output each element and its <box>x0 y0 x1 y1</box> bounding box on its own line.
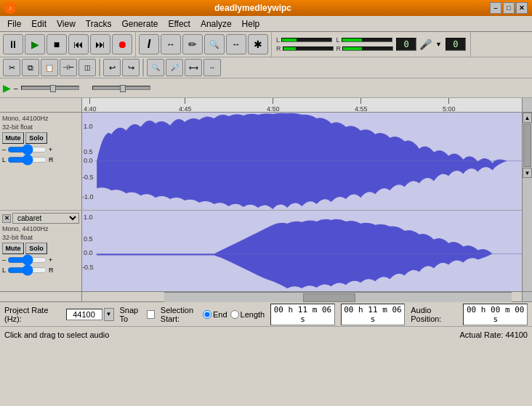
menu-tracks[interactable]: Tracks <box>81 17 116 31</box>
playback-toolbar: ▶ – <box>0 78 532 97</box>
track-2-pan-row: L R <box>2 266 79 275</box>
skip-forward-button[interactable]: ⏭ <box>90 34 110 54</box>
track-1-pan-R: R <box>49 156 54 163</box>
speed-slider[interactable] <box>92 86 150 90</box>
pause-button[interactable]: ⏸ <box>3 34 23 54</box>
track-2-name-dropdown[interactable]: cabaret <box>12 213 79 224</box>
track-2-solo-button[interactable]: Solo <box>25 243 47 254</box>
play-at-speed-icon: ▶ <box>3 82 11 94</box>
redo-button[interactable]: ↪ <box>122 59 140 76</box>
menu-analyze[interactable]: Analyze <box>196 17 236 31</box>
sel-end-field[interactable]: 00 h 11 m 06 s <box>341 304 406 325</box>
tb-separator-2 <box>142 59 144 76</box>
snap-checkbox[interactable] <box>147 310 155 319</box>
track-2-pan-slider[interactable] <box>7 266 47 275</box>
track-1-gain-row: – + <box>2 145 79 154</box>
menu-file[interactable]: File <box>3 17 25 31</box>
track-1-pan-slider[interactable] <box>7 155 47 164</box>
ruler-scrollbar-placeholder <box>522 98 532 112</box>
fit-selection-button[interactable]: ↔ <box>203 59 221 76</box>
input-meter-L <box>281 38 332 42</box>
rate-dropdown-button[interactable]: ▼ <box>104 308 114 321</box>
track-1-mute-button[interactable]: Mute <box>2 132 24 144</box>
multitool-button[interactable]: ✱ <box>248 34 268 54</box>
silence-button[interactable]: ◫ <box>78 59 96 76</box>
sel-start-field[interactable]: 00 h 11 m 06 s <box>270 304 335 325</box>
ruler-tick-455: 4:55 <box>355 98 368 112</box>
vertical-scrollbar[interactable]: ▲ ▼ <box>522 113 532 291</box>
draw-tool-button[interactable]: ✏ <box>182 34 203 54</box>
track-2-close-button[interactable]: ✕ <box>2 214 11 223</box>
audio-pos-field[interactable]: 00 h 00 m 00 s <box>463 304 528 325</box>
zoom-out-button[interactable]: 🔎 <box>166 59 183 76</box>
track-1-waveform[interactable]: 1.0 0.5 0.0 -0.5 -1.0 <box>82 113 522 210</box>
length-radio[interactable] <box>230 310 239 319</box>
copy-button[interactable]: ⧉ <box>22 59 39 76</box>
fit-project-button[interactable]: ⟷ <box>185 59 202 76</box>
scroll-thumb[interactable] <box>523 123 531 167</box>
status-left: Click and drag to select audio <box>4 330 109 339</box>
track-2-mute-solo: Mute Solo <box>2 243 79 254</box>
menu-help[interactable]: Help <box>238 17 265 31</box>
undo-button[interactable]: ↩ <box>103 59 121 76</box>
trim-button[interactable]: ⊣⊢ <box>60 59 77 76</box>
level-num-left: 0 <box>396 38 416 51</box>
edit-toolbar: ✂ ⧉ 📋 ⊣⊢ ◫ ↩ ↪ 🔍 🔎 ⟷ ↔ <box>0 57 532 78</box>
ruler-left-spacer <box>0 98 82 112</box>
input-meter-R <box>283 46 334 51</box>
selection-section: Selection Start: End Length <box>161 306 265 323</box>
status-right: Actual Rate: 44100 <box>459 330 528 339</box>
track-2-info-2: 32-bit float <box>2 234 79 241</box>
menu-generate[interactable]: Generate <box>117 17 162 31</box>
cut-button[interactable]: ✂ <box>3 59 20 76</box>
tracks-list: Mono, 44100Hz 32-bit float Mute Solo – +… <box>0 113 522 291</box>
track-2-gain-slider[interactable] <box>7 256 47 264</box>
ruler-tick-500: 5:00 <box>443 98 456 112</box>
track-1-info-1: Mono, 44100Hz <box>2 115 79 122</box>
bottom-controls: Project Rate (Hz): 44100 ▼ Snap To Selec… <box>0 301 532 326</box>
h-scroll-thumb[interactable] <box>303 293 355 302</box>
maximize-button[interactable]: □ <box>503 2 515 14</box>
ruler-tick-445: 4:45 <box>179 98 192 112</box>
skip-back-button[interactable]: ⏮ <box>68 34 89 54</box>
close-button[interactable]: ✕ <box>516 2 528 14</box>
menu-effect[interactable]: Effect <box>164 17 194 31</box>
menu-bar: File Edit View Tracks Generate Effect An… <box>0 16 532 32</box>
track-1-mute-solo: Mute Solo <box>2 132 79 144</box>
scroll-down-arrow[interactable]: ▼ <box>523 168 532 178</box>
track-2-waveform[interactable]: 1.0 0.5 0.0 -0.5 <box>82 211 522 291</box>
svg-text:1.0: 1.0 <box>84 214 93 221</box>
play-button[interactable]: ▶ <box>25 34 45 54</box>
track-1-gain-slider[interactable] <box>7 145 47 154</box>
timeline-ruler: 4:40 4:45 4:50 4:55 5:00 <box>0 98 532 113</box>
length-radio-label: Length <box>230 310 265 319</box>
selection-start-label: Selection Start: <box>161 306 200 323</box>
track-1-solo-button[interactable]: Solo <box>25 132 47 144</box>
input-L-label: L <box>276 36 280 44</box>
menu-edit[interactable]: Edit <box>27 17 51 31</box>
rate-select: 44100 ▼ <box>66 308 114 321</box>
select-tool-button[interactable]: I <box>139 34 159 54</box>
svg-text:0.5: 0.5 <box>84 148 93 155</box>
track-2-waveform-svg: 1.0 0.5 0.0 -0.5 <box>82 211 522 291</box>
paste-button[interactable]: 📋 <box>41 59 58 76</box>
record-button[interactable]: ⏺ <box>112 34 132 54</box>
timeshift-tool-button[interactable]: ↔ <box>226 34 246 54</box>
horizontal-scrollbar[interactable] <box>164 292 512 302</box>
end-radio[interactable] <box>203 310 211 319</box>
svg-text:0.5: 0.5 <box>84 235 93 243</box>
stop-button[interactable]: ■ <box>47 34 67 54</box>
zoom-tool-button[interactable]: 🔍 <box>204 34 225 54</box>
svg-text:1.0: 1.0 <box>84 123 93 130</box>
menu-view[interactable]: View <box>52 17 80 31</box>
output-dropdown[interactable]: ▼ <box>435 40 443 49</box>
volume-slider[interactable] <box>21 86 79 90</box>
svg-text:-1.0: -1.0 <box>82 193 94 200</box>
scroll-up-arrow[interactable]: ▲ <box>523 113 532 123</box>
zoom-in-button[interactable]: 🔍 <box>147 59 164 76</box>
envelope-tool-button[interactable]: ↔ <box>161 34 181 54</box>
horizontal-scrollbar-area <box>0 291 532 301</box>
h-scroll-corner <box>522 292 532 301</box>
minimize-button[interactable]: – <box>490 2 501 14</box>
track-2-mute-button[interactable]: Mute <box>2 243 24 254</box>
